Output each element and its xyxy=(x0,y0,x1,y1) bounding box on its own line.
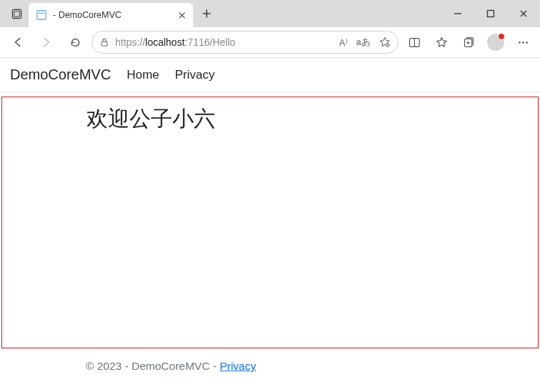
tabs-overview-button[interactable] xyxy=(4,1,29,26)
main-content-box: 欢迎公子小六 xyxy=(1,97,539,348)
svg-rect-3 xyxy=(488,11,494,17)
translate-icon[interactable]: aあ xyxy=(356,36,370,49)
window-maximize-button[interactable] xyxy=(474,2,507,25)
page-footer: © 2023 - DemoCoreMVC - Privacy xyxy=(0,348,540,373)
browser-tab[interactable]: - DemoCoreMVC xyxy=(29,3,193,27)
lock-icon xyxy=(99,37,109,47)
url-path: :7116/Hello xyxy=(185,36,235,48)
favorite-star-icon[interactable] xyxy=(379,36,391,48)
url-text: https://localhost:7116/Hello xyxy=(115,36,235,48)
refresh-button[interactable] xyxy=(63,30,87,54)
svg-point-9 xyxy=(522,41,524,44)
svg-point-10 xyxy=(526,41,528,44)
site-brand[interactable]: DemoCoreMVC xyxy=(10,67,111,83)
site-navbar: DemoCoreMVC Home Privacy xyxy=(0,58,540,92)
favorites-icon[interactable] xyxy=(430,31,453,54)
page-favicon-icon xyxy=(36,9,47,21)
more-menu-icon[interactable] xyxy=(511,31,534,54)
svg-rect-1 xyxy=(14,11,19,16)
nav-privacy-link[interactable]: Privacy xyxy=(175,68,215,82)
svg-rect-2 xyxy=(37,11,46,19)
tab-title: - DemoCoreMVC xyxy=(53,10,172,20)
profile-avatar[interactable] xyxy=(484,31,507,54)
url-host: localhost xyxy=(145,36,185,48)
collections-icon[interactable] xyxy=(457,31,480,54)
address-bar[interactable]: https://localhost:7116/Hello A⁾ aあ xyxy=(92,31,398,54)
tab-close-button[interactable] xyxy=(178,11,186,19)
split-screen-icon[interactable] xyxy=(403,31,426,54)
svg-point-8 xyxy=(519,41,521,44)
back-button[interactable] xyxy=(6,30,30,54)
footer-copyright: © 2023 - DemoCoreMVC - xyxy=(86,360,220,372)
svg-rect-4 xyxy=(102,41,107,46)
window-minimize-button[interactable] xyxy=(441,2,474,25)
footer-privacy-link[interactable]: Privacy xyxy=(220,360,256,372)
welcome-heading: 欢迎公子小六 xyxy=(87,104,538,134)
url-prefix: https:// xyxy=(115,36,145,48)
nav-home-link[interactable]: Home xyxy=(127,68,159,82)
reading-mode-icon[interactable]: A⁾ xyxy=(339,37,348,48)
new-tab-button[interactable] xyxy=(196,3,217,24)
window-close-button[interactable] xyxy=(507,2,540,25)
forward-button[interactable] xyxy=(34,30,59,54)
